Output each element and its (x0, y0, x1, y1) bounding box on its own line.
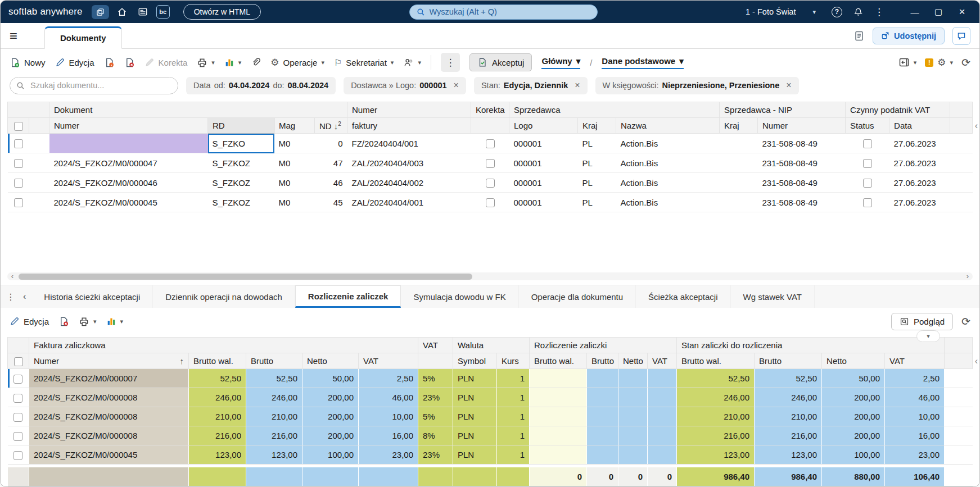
cell-kraj[interactable]: PL (578, 134, 616, 153)
cell-s-brutto-wal[interactable]: 52,50 (677, 369, 755, 388)
help-icon[interactable]: ? (832, 7, 842, 17)
cell-r-netto[interactable] (618, 426, 648, 445)
operations-button[interactable]: ⚙ Operacje ▾ (270, 58, 324, 67)
status-checkbox[interactable] (863, 198, 872, 207)
col-kurs[interactable]: Kurs (497, 353, 530, 369)
cell-nip-numer[interactable]: 231-508-08-49 (758, 134, 846, 153)
close-icon[interactable]: × (454, 80, 459, 90)
cell-nd[interactable]: 0 (315, 134, 347, 153)
cell-kurs[interactable]: 1 (497, 407, 530, 426)
cell-nd[interactable]: 47 (315, 153, 347, 173)
cell-r-netto[interactable] (618, 407, 648, 426)
cell-brutto-wal[interactable]: 52,50 (189, 369, 246, 388)
cell-s-brutto-wal[interactable]: 216,00 (677, 426, 755, 445)
cell-vat-pct[interactable]: 23% (418, 388, 453, 407)
cell-rd[interactable]: S_FZKOZ (208, 153, 274, 173)
filter-chip-supplier[interactable]: Dostawca » Logo: 000001 × (344, 77, 466, 94)
cell-vat-data[interactable]: 27.06.2023 (889, 153, 950, 173)
view-basic-data-dropdown[interactable]: Dane podstawowe ▾ (602, 56, 683, 69)
report-icon[interactable] (853, 30, 865, 42)
edit-button[interactable]: Edycja (55, 57, 94, 67)
cell-brutto[interactable]: 216,00 (246, 426, 302, 445)
titlebar-kebab-icon[interactable]: ⋮ (874, 6, 884, 18)
cell-s-brutto[interactable]: 216,00 (755, 426, 822, 445)
cell-mag[interactable]: M0 (274, 193, 315, 212)
cell-brutto-wal[interactable]: 123,00 (189, 445, 246, 465)
col-nazwa[interactable]: Nazwa (616, 118, 720, 134)
cell-symbol[interactable]: PLN (453, 407, 497, 426)
cell-s-vat[interactable]: 23,00 (885, 445, 945, 465)
cell-s-brutto[interactable]: 123,00 (755, 445, 822, 465)
cell-brutto[interactable]: 246,00 (246, 388, 302, 407)
col-brutto[interactable]: Brutto (246, 353, 302, 369)
news-icon[interactable] (136, 4, 151, 20)
view-main-dropdown[interactable]: Główny ▾ (541, 56, 580, 69)
tab-dziennik-operacji[interactable]: Dziennik operacji na dowodach (153, 285, 295, 308)
cell-r-brutto-wal[interactable] (530, 426, 587, 445)
row-checkbox[interactable] (14, 159, 23, 168)
col-rd[interactable]: RD (208, 118, 274, 134)
cell-r-brutto-wal[interactable] (530, 407, 587, 426)
korekta-checkbox[interactable] (486, 179, 495, 188)
col-numer[interactable]: Numer (49, 118, 208, 134)
cell-nip-kraj[interactable] (720, 134, 758, 153)
home-icon[interactable] (115, 4, 130, 20)
col-r-brutto-wal[interactable]: Brutto wal. (530, 353, 587, 369)
cell-symbol[interactable]: PLN (453, 388, 497, 407)
col-symbol[interactable]: Symbol (453, 353, 497, 369)
tab-wg-stawek-vat[interactable]: Wg stawek VAT (731, 285, 815, 308)
cell-faktury[interactable]: ZAL/20240404/003 (347, 153, 471, 173)
settings-warning-button[interactable]: ! ⚙ ▾ (925, 58, 953, 67)
company-selector[interactable]: 1 - Foto Świat ▾ (746, 7, 816, 16)
cell-numer[interactable]: 2024/S_FZKOZ/M0/000008 (29, 426, 189, 445)
row-checkbox[interactable] (13, 451, 22, 460)
table-row[interactable]: 2024/S_FZKOZ/M0/000045 123,00 123,00 100… (8, 445, 973, 465)
status-checkbox[interactable] (863, 179, 872, 188)
col-s-brutto-wal[interactable]: Brutto wal. (677, 353, 755, 369)
tab-operacje-dokumentu[interactable]: Operacje dla dokumentu (519, 285, 636, 308)
cell-kraj[interactable]: PL (578, 153, 616, 173)
cell-s-vat[interactable]: 16,00 (885, 426, 945, 445)
accept-button[interactable]: Akceptuj (469, 53, 532, 71)
cell-brutto[interactable]: 123,00 (246, 445, 302, 465)
minimize-button[interactable]: — (903, 1, 927, 23)
cell-s-netto[interactable]: 200,00 (822, 388, 885, 407)
table-row[interactable]: 2024/S_FZKOZ/M0/000008 210,00 210,00 200… (8, 407, 973, 426)
cell-vat[interactable]: 10,00 (359, 407, 418, 426)
col-kraj[interactable]: Kraj (578, 118, 616, 134)
cell-s-brutto[interactable]: 246,00 (755, 388, 822, 407)
col-r-brutto[interactable]: Brutto (587, 353, 618, 369)
detail-print-button[interactable]: ▾ (79, 316, 97, 327)
cell-vat[interactable]: 2,50 (359, 369, 418, 388)
table-row[interactable]: 2024/S_FZKOZ/M0/000046 S_FZKOZ M0 46 ZAL… (8, 173, 973, 193)
cell-nazwa[interactable]: Action.Bis (616, 153, 720, 173)
cell-vat[interactable]: 16,00 (359, 426, 418, 445)
cell-s-netto[interactable]: 200,00 (822, 426, 885, 445)
cell-nip-numer[interactable]: 231-508-08-49 (758, 173, 846, 193)
cell-r-brutto[interactable] (587, 445, 618, 465)
cell-s-netto[interactable]: 200,00 (822, 407, 885, 426)
detail-delete-icon[interactable] (58, 316, 69, 327)
cell-numer[interactable]: 2024/S_FZKOZ/M0/000008 (29, 388, 189, 407)
open-in-html-button[interactable]: Otwórz w HTML (183, 4, 261, 20)
print-button[interactable]: ▾ (197, 57, 215, 68)
cell-numer[interactable]: 2024/S_FZKOZ/M0/000008 (29, 407, 189, 426)
cell-numer[interactable]: 2024/S_FZKOZ/M0/000047 (49, 153, 208, 173)
cell-r-vat[interactable] (648, 445, 677, 465)
workspace-badge-icon[interactable] (92, 5, 109, 19)
cell-netto[interactable]: 100,00 (302, 445, 359, 465)
global-search-input[interactable] (430, 7, 590, 16)
table-row[interactable]: S_FZKO M0 0 FZ/20240404/001 000001 PL Ac… (8, 134, 973, 153)
cell-vat-data[interactable]: 27.06.2023 (889, 173, 950, 193)
cell-r-brutto[interactable] (587, 388, 618, 407)
cell-s-vat[interactable]: 2,50 (885, 369, 945, 388)
korekta-checkbox[interactable] (486, 198, 495, 207)
cell-kraj[interactable]: PL (578, 193, 616, 212)
filter-chip-accounting[interactable]: W księgowości: Nieprzeniesione, Przenies… (595, 77, 799, 94)
cell-r-brutto-wal[interactable] (530, 369, 587, 388)
collapse-columns-icon[interactable]: ‹ (975, 356, 978, 366)
cell-nip-numer[interactable]: 231-508-08-49 (758, 193, 846, 212)
cell-rd[interactable]: S_FZKOZ (208, 173, 274, 193)
cell-vat-pct[interactable]: 23% (418, 445, 453, 465)
bc-icon[interactable]: bc (156, 5, 170, 19)
